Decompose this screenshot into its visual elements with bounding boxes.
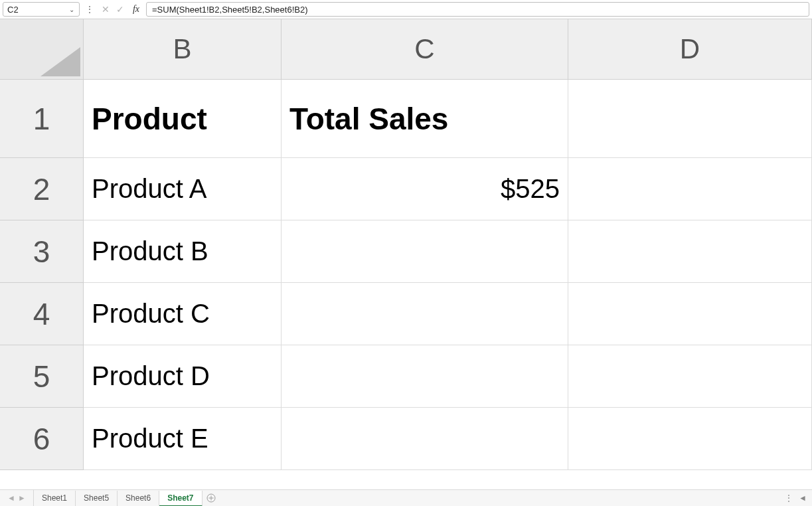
- cell-C1[interactable]: Total Sales: [282, 80, 568, 158]
- cell-C3[interactable]: [282, 220, 568, 283]
- row-header-6[interactable]: 6: [0, 408, 84, 470]
- cell-D6[interactable]: [568, 408, 812, 470]
- column-headers: B C D: [0, 19, 812, 80]
- col-header-D[interactable]: D: [568, 19, 812, 80]
- formula-input[interactable]: [151, 4, 805, 15]
- confirm-formula-button[interactable]: ✓: [113, 0, 127, 19]
- cell-D2[interactable]: [568, 158, 812, 220]
- col-header-B[interactable]: B: [84, 19, 282, 80]
- add-sheet-button[interactable]: [203, 490, 220, 506]
- sheet-tab[interactable]: Sheet5: [76, 491, 118, 506]
- table-row: 4 Product C: [0, 283, 812, 345]
- cancel-formula-button[interactable]: ✕: [98, 0, 113, 19]
- cell-B4[interactable]: Product C: [84, 283, 282, 345]
- cell-C4[interactable]: [282, 283, 568, 345]
- row-header-2[interactable]: 2: [0, 158, 84, 220]
- formula-input-wrap: [146, 2, 809, 17]
- kebab-icon[interactable]: ⋮: [785, 493, 792, 503]
- plus-circle-icon: [206, 493, 216, 503]
- cell-B6[interactable]: Product E: [84, 408, 282, 470]
- sheet-prev-button[interactable]: ◄: [7, 493, 16, 503]
- table-row: 1 Product Total Sales: [0, 80, 812, 158]
- spreadsheet-grid: B C D 1 Product Total Sales 2 Product A …: [0, 19, 812, 489]
- row-header-5[interactable]: 5: [0, 345, 84, 408]
- row-header-3[interactable]: 3: [0, 220, 84, 283]
- cell-C6[interactable]: [282, 408, 568, 470]
- cell-C5[interactable]: [282, 345, 568, 408]
- row-header-1[interactable]: 1: [0, 80, 84, 158]
- cell-C2[interactable]: $525: [282, 158, 568, 220]
- name-box-text: C2: [7, 5, 67, 15]
- name-box[interactable]: C2 ⌄: [3, 2, 80, 17]
- cell-B2[interactable]: Product A: [84, 158, 282, 220]
- sheet-tab-bar: ◄ ► Sheet1 Sheet5 Sheet6 Sheet7 ⋮ ◄: [0, 489, 812, 506]
- sheet-next-button[interactable]: ►: [17, 493, 27, 503]
- cell-D3[interactable]: [568, 220, 812, 283]
- sheet-tab[interactable]: Sheet1: [34, 491, 76, 506]
- cell-D5[interactable]: [568, 345, 812, 408]
- row-header-4[interactable]: 4: [0, 283, 84, 345]
- cell-B3[interactable]: Product B: [84, 220, 282, 283]
- cell-B1[interactable]: Product: [84, 80, 282, 158]
- sheet-tab[interactable]: Sheet6: [118, 491, 159, 506]
- separator-icon: ⋮: [80, 0, 98, 19]
- table-row: 2 Product A $525: [0, 158, 812, 220]
- cell-B5[interactable]: Product D: [84, 345, 282, 408]
- sheet-tabs: Sheet1 Sheet5 Sheet6 Sheet7: [33, 490, 203, 506]
- sheet-nav-arrows: ◄ ►: [0, 493, 33, 503]
- sheet-tab-active[interactable]: Sheet7: [159, 491, 202, 506]
- formula-bar: C2 ⌄ ⋮ ✕ ✓ fx: [0, 0, 812, 19]
- fx-icon[interactable]: fx: [127, 0, 145, 19]
- footer-right: ⋮ ◄: [779, 493, 812, 503]
- cell-D1[interactable]: [568, 80, 812, 158]
- select-all-corner[interactable]: [0, 19, 84, 80]
- table-row: 6 Product E: [0, 408, 812, 470]
- scroll-left-icon[interactable]: ◄: [799, 493, 807, 503]
- rows: 1 Product Total Sales 2 Product A $525 3…: [0, 80, 812, 470]
- table-row: 3 Product B: [0, 220, 812, 283]
- chevron-down-icon[interactable]: ⌄: [67, 6, 76, 13]
- col-header-C[interactable]: C: [282, 19, 568, 80]
- table-row: 5 Product D: [0, 345, 812, 408]
- cell-D4[interactable]: [568, 283, 812, 345]
